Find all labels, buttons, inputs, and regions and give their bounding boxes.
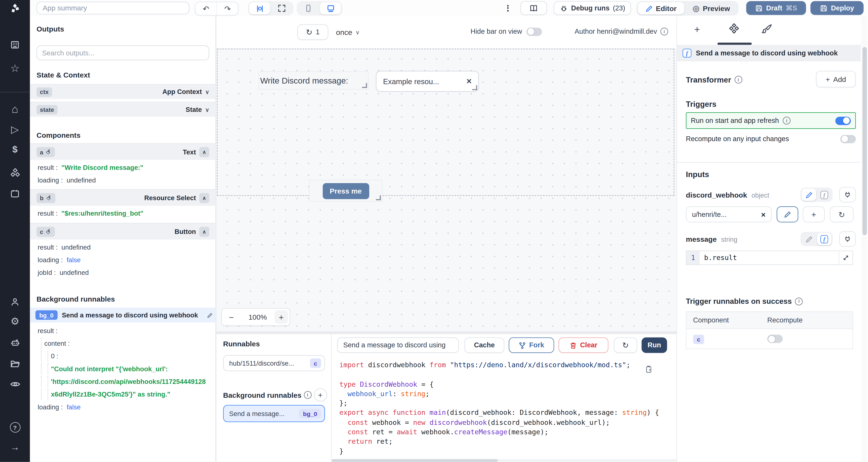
resources-icon[interactable] [0,168,30,178]
code-area[interactable]: import discordwebhook from "https://deno… [332,357,677,459]
component-row-a[interactable]: a☞ Text∧ [30,143,216,160]
output-row-state[interactable]: state State∨ [30,102,216,117]
docs-button[interactable] [520,1,547,15]
runnable-item-c[interactable]: hub/1511/discord/se... c [223,355,325,371]
chevron-down-icon[interactable]: ∨ [205,106,209,112]
connect-plug-button[interactable] [839,231,856,247]
help-icon[interactable]: ? [0,422,30,432]
output-row-ctx[interactable]: ctx App Context∨ [30,84,216,99]
tab-components-icon[interactable] [728,23,740,36]
favorites-star-icon[interactable]: ☆ [0,64,30,74]
static-mode-pencil-icon[interactable] [802,189,816,201]
eval-mode-f-icon[interactable]: f [817,189,832,201]
edit-resource-button[interactable] [777,206,798,223]
debug-runs-button[interactable]: Debug runs(23) [554,1,631,15]
press-me-button[interactable]: Press me [322,183,369,199]
info-icon[interactable]: i [734,76,742,84]
components-title: Components [37,131,81,139]
tree-key-index[interactable]: 0 : [30,352,216,360]
static-mode-pencil-icon[interactable] [802,233,816,245]
eye-icon[interactable] [0,379,30,389]
user-icon[interactable] [0,297,30,307]
schedules-icon[interactable] [0,189,30,199]
create-resource-button[interactable]: + [803,206,825,223]
undo-button[interactable]: ↶ [195,2,217,15]
info-icon[interactable]: i [795,297,803,305]
refresh-count-box[interactable]: ↻ 1 [297,24,328,40]
settings-gear-icon[interactable]: ⚙ [0,317,30,327]
tree-key-result[interactable]: result : [30,327,216,335]
chevron-up-icon[interactable]: ∧ [199,147,209,157]
mobile-view-icon[interactable] [298,2,319,14]
expand-sidebar-icon[interactable]: → [0,442,30,453]
run-mode-select[interactable]: once∨ [336,24,360,40]
search-outputs-input[interactable] [37,45,209,60]
refresh-resource-button[interactable]: ↻ [830,206,854,223]
eval-mode-f-icon[interactable]: f [817,233,832,245]
kebab-menu-icon[interactable] [507,4,509,12]
component-row-b[interactable]: b☞ Resource Select∧ [30,189,216,206]
tab-preview[interactable]: ◎ Preview [685,2,737,14]
resize-handle[interactable] [472,85,477,90]
add-background-runnable-button[interactable]: + [314,388,327,402]
hide-bar-toggle[interactable] [526,27,542,36]
component-row-c[interactable]: c☞ Button∧ [30,223,216,239]
desktop-view-icon[interactable] [320,2,341,14]
tree-key-content[interactable]: content : [30,340,216,348]
info-icon[interactable]: i [304,391,311,399]
fullscreen-icon[interactable] [271,2,292,14]
folders-icon[interactable] [0,358,30,369]
clear-resource-icon[interactable]: × [761,210,766,219]
background-runnable-row-bg0[interactable]: bg_0 Send a message to discord using web… [30,307,216,323]
tab-add-icon[interactable]: + [694,24,700,35]
outputs-panel: Outputs State & Context ctx App Context∨… [30,16,216,462]
variables-icon[interactable]: $ [0,145,30,155]
info-icon[interactable]: i [783,117,790,125]
cache-button[interactable]: Cache [465,337,504,353]
run-on-start-toggle[interactable] [835,117,851,125]
recompute-toggle[interactable] [840,135,856,143]
zoom-out-button[interactable]: − [222,312,241,322]
runnable-item-bg0-selected[interactable]: Send a message... bg_0 [223,405,325,422]
message-expression-editor[interactable]: 1 b.result [686,251,853,265]
run-button[interactable]: Run [642,337,667,353]
deploy-button[interactable]: Deploy [810,1,863,15]
resize-handle[interactable] [362,83,367,88]
home-icon[interactable]: ⌂ [0,104,30,114]
horizontal-splitter[interactable] [216,331,677,334]
tab-editor[interactable]: Editor [638,2,684,14]
copy-code-icon[interactable] [644,365,653,373]
workspace-icon[interactable] [0,40,30,50]
align-center-button[interactable]: |o| [249,2,270,14]
tab-styling-icon[interactable] [761,23,773,35]
chevron-down-icon[interactable]: ∨ [205,89,209,95]
info-icon[interactable]: i [660,28,668,36]
row-recompute-toggle[interactable] [767,335,783,343]
expand-editor-button[interactable] [839,251,852,264]
text-component[interactable]: Write Discord message: [259,72,368,89]
zoom-in-button[interactable]: + [275,310,288,324]
add-transformer-button[interactable]: +Add [816,71,856,88]
resource-select-component[interactable]: Example resou... × [376,71,479,92]
chevron-up-icon[interactable]: ∧ [199,193,209,203]
clear-selection-icon[interactable]: × [467,76,472,86]
fork-button[interactable]: Fork [509,337,554,353]
edit-pencil-icon[interactable] [207,312,213,318]
resize-handle[interactable] [376,195,381,200]
windmill-logo[interactable] [0,3,30,14]
draft-button[interactable]: Draft⌘S [746,1,806,15]
chevron-up-icon[interactable]: ∧ [199,227,209,236]
app-summary-input[interactable] [37,2,189,14]
redo-button[interactable]: ↷ [216,2,238,15]
app-canvas[interactable]: Write Discord message: Example resou... … [216,48,677,331]
connect-plug-button[interactable] [839,187,856,202]
workers-icon[interactable] [0,337,30,348]
horizontal-scrollbar[interactable] [332,459,677,462]
resource-value-input[interactable]: u/henri/te... × [686,206,772,223]
refresh-code-button[interactable]: ↻ [614,337,637,353]
text-component-value: Write Discord message: [259,76,348,85]
runnable-name-input[interactable] [337,337,459,353]
runs-icon[interactable]: ▷ [0,125,30,134]
vertical-scrollbar[interactable] [861,16,867,462]
clear-button[interactable]: Clear [559,337,609,353]
